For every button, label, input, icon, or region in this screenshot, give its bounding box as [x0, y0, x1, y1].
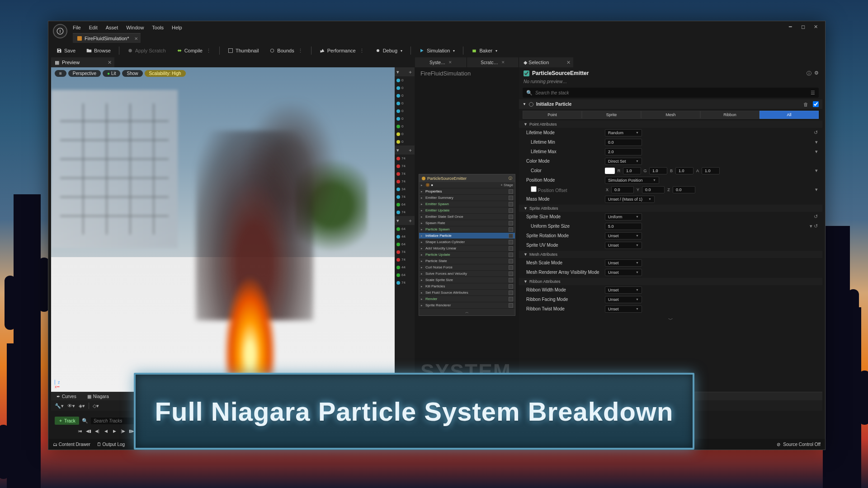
preview-tab[interactable]: ▦ Preview ✕ [51, 57, 114, 67]
emitter-module-row[interactable]: Set Fluid Source Attributes [419, 290, 515, 296]
position-offset-checkbox[interactable] [531, 186, 537, 192]
browse-button[interactable]: Browse [83, 47, 114, 55]
niagara-tab[interactable]: ▦ Niagara [82, 392, 114, 400]
reset-icon[interactable]: ↺ [814, 130, 818, 136]
thumbnail-button[interactable]: Thumbnail [224, 47, 262, 55]
step-back[interactable]: ◀▮ [85, 428, 92, 434]
lifetime-mode-dropdown[interactable]: Random▼ [605, 129, 642, 136]
emitter-module-row[interactable]: Kill Particles [419, 283, 515, 290]
emitter-module-row[interactable]: Add Velocity Linear [419, 245, 515, 252]
expand-more[interactable]: ﹀ [519, 314, 822, 326]
strip-row[interactable]: 0 [395, 138, 415, 145]
emitter-info-icon[interactable]: ⓘ [509, 176, 512, 181]
pos-z-input[interactable]: 0.0 [673, 186, 695, 193]
close-button[interactable]: ✕ [810, 23, 821, 31]
pos-x-input[interactable]: 0.0 [611, 186, 634, 193]
color-g-input[interactable]: 1.0 [649, 167, 667, 174]
info-icon[interactable]: ⓘ [807, 70, 811, 77]
simulation-button[interactable]: Simulation▾ [415, 47, 458, 55]
type-ribbon[interactable]: Ribbon [700, 111, 760, 119]
emitter-module-row[interactable]: Solve Forces and Velocity [419, 271, 515, 277]
emitter-module-row[interactable]: Curl Noise Force [419, 264, 515, 271]
goto-start[interactable]: ⏮ [76, 428, 84, 434]
color-r-input[interactable]: 1.0 [623, 167, 641, 174]
color-swatch[interactable] [605, 168, 615, 174]
document-tab[interactable]: FireFluidSimulation* ✕ [73, 33, 141, 43]
emitter-module-row[interactable]: Initialize Particle [419, 233, 515, 239]
filter-icon[interactable]: ☰ [811, 90, 815, 96]
emitter-module-row[interactable]: Properties [419, 188, 515, 195]
uniform-sprite-input[interactable]: 5.0 [605, 223, 642, 230]
strip-row[interactable]: 0 [395, 84, 415, 92]
content-drawer-button[interactable]: 🗂 Content Drawer [53, 442, 90, 447]
gear-icon[interactable]: ⚙ [814, 70, 819, 77]
strip-row[interactable]: 64 [395, 240, 415, 248]
emitter-module-row[interactable]: Sprite Renderer [419, 302, 515, 309]
position-mode-dropdown[interactable]: Simulation Position▼ [605, 177, 659, 184]
sprite-size-mode-dropdown[interactable]: Uniform▼ [605, 213, 642, 221]
strip-row[interactable]: 0 [395, 122, 415, 130]
tool-1[interactable]: 🔧▾ [55, 403, 64, 409]
tool-2[interactable]: 👁▾ [67, 403, 75, 409]
strip-row[interactable]: 34 [395, 185, 415, 193]
strip-row[interactable]: 64 [395, 201, 415, 208]
play-forward[interactable]: ▶ [111, 428, 118, 434]
emitter-node[interactable]: ParticleSourceEmitter ⓘ 🔆 ●+ Stage Prope… [419, 174, 515, 316]
ribbon-twist-dropdown[interactable]: Unset▼ [605, 305, 642, 313]
strip-row[interactable]: 0 [395, 99, 415, 107]
output-log-button[interactable]: 🗒 Output Log [97, 442, 125, 447]
preview-tab-close[interactable]: ✕ [108, 60, 112, 66]
delete-icon[interactable]: 🗑 [803, 102, 808, 107]
lifetime-max-input[interactable]: 2.0 [605, 148, 642, 155]
mesh-scale-dropdown[interactable]: Unset▼ [605, 259, 642, 267]
bounds-button[interactable]: Bounds⋮ [266, 47, 306, 55]
viewport[interactable]: ≡ Perspective ● Lit Show Scalability: Hi… [51, 67, 395, 393]
initialize-particle-header[interactable]: ▼ Initialize Particle 🗑 [519, 99, 822, 109]
menu-file[interactable]: File [73, 25, 81, 30]
source-control-status[interactable]: ⊘ Source Control Off [777, 442, 821, 447]
emitter-module-row[interactable]: Emitter Spawn [419, 201, 515, 207]
sprite-rotation-dropdown[interactable]: Unset▼ [605, 232, 642, 239]
strip-row[interactable]: 74 [395, 170, 415, 178]
strip-row[interactable]: 74 [395, 279, 415, 286]
menu-window[interactable]: Window [126, 25, 144, 30]
emitter-module-row[interactable]: Particle Spawn [419, 226, 515, 233]
menu-tools[interactable]: Tools [152, 25, 164, 30]
strip-row[interactable]: 0 [395, 115, 415, 122]
emitter-module-row[interactable]: Particle State [419, 258, 515, 264]
emitter-module-row[interactable]: Emitter Summary [419, 195, 515, 201]
minimize-button[interactable]: ━ [784, 23, 796, 31]
strip-row[interactable]: 74 [395, 155, 415, 162]
strip-row[interactable]: 0 [395, 130, 415, 138]
strip-row[interactable]: 74 [395, 248, 415, 256]
scalability-pill[interactable]: Scalability: High [145, 70, 186, 77]
menu-asset[interactable]: Asset [106, 25, 118, 30]
pos-y-input[interactable]: 0.0 [642, 186, 665, 193]
lit-dropdown[interactable]: ● Lit [103, 70, 120, 77]
debug-button[interactable]: Debug▾ [372, 47, 406, 55]
perspective-dropdown[interactable]: Perspective [68, 70, 101, 77]
strip-row[interactable]: 74 [395, 162, 415, 170]
stack-search[interactable]: 🔍 ☰ [523, 88, 819, 98]
emitter-module-row[interactable]: Spawn Rate [419, 220, 515, 226]
apply-scratch-button[interactable]: Apply Scratch [124, 47, 170, 55]
strip-row[interactable]: 44 [395, 233, 415, 240]
mass-mode-dropdown[interactable]: Unset / (Mass of 1)▼ [605, 196, 655, 203]
compile-button[interactable]: Compile⋮ [173, 47, 215, 55]
strip-header-1[interactable]: ▾＋ [395, 67, 415, 76]
tool-3[interactable]: ◈▾ [79, 403, 85, 409]
strip-row[interactable]: 0 [395, 107, 415, 115]
selection-tab[interactable]: ◆ Selection✕ [519, 57, 573, 67]
show-dropdown[interactable]: Show [122, 70, 142, 77]
tool-4[interactable]: ◇▾ [93, 403, 99, 409]
menu-edit[interactable]: Edit [89, 25, 98, 30]
ribbon-width-dropdown[interactable]: Unset▼ [605, 286, 642, 294]
module-enabled-checkbox[interactable] [813, 101, 819, 107]
tab-system[interactable]: Syste…✕ [415, 57, 467, 67]
strip-row[interactable]: 44 [395, 263, 415, 271]
save-button[interactable]: Save [53, 47, 79, 55]
add-track-button[interactable]: ＋Track [55, 417, 79, 425]
curves-tab[interactable]: ✒ Curves [51, 392, 82, 400]
strip-section-header[interactable]: ▾＋ [395, 216, 415, 225]
type-point[interactable]: Point [523, 111, 582, 119]
